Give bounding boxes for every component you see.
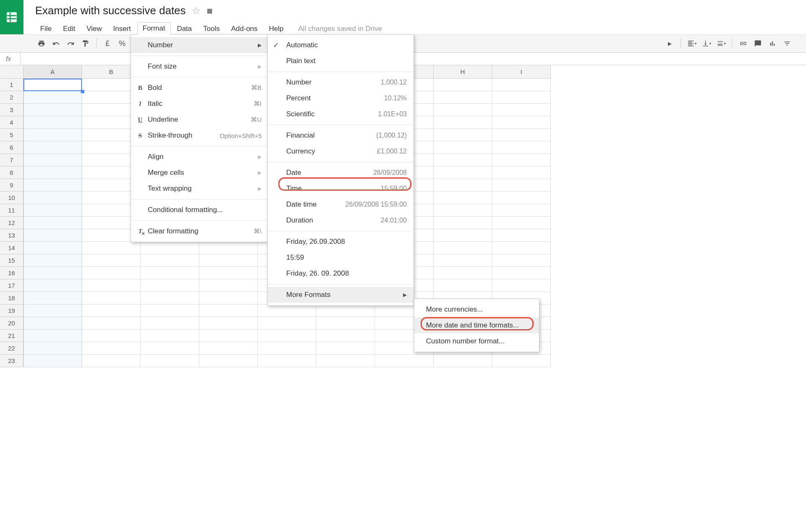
cell-I15[interactable]: [492, 254, 551, 267]
cell-A6[interactable]: [23, 141, 82, 154]
menu-insert[interactable]: Insert: [108, 23, 136, 34]
percent-button[interactable]: %: [116, 37, 128, 50]
cell-D21[interactable]: [199, 330, 258, 342]
number-more-formats[interactable]: More Formats ▶: [268, 287, 413, 303]
more-currencies[interactable]: More currencies...: [414, 302, 539, 317]
row-header-14[interactable]: 14: [0, 242, 23, 254]
cell-C21[interactable]: [141, 330, 199, 342]
undo-icon[interactable]: [50, 37, 62, 50]
cell-E21[interactable]: [258, 330, 316, 342]
row-header-11[interactable]: 11: [0, 204, 23, 217]
cell-C23[interactable]: [141, 355, 199, 367]
cell-H15[interactable]: [434, 254, 492, 267]
select-all-corner[interactable]: [0, 65, 23, 79]
row-header-12[interactable]: 12: [0, 217, 23, 229]
number-date[interactable]: Date 26/09/2008: [268, 165, 413, 181]
cell-C16[interactable]: [141, 267, 199, 279]
cell-H9[interactable]: [434, 179, 492, 192]
menu-addons[interactable]: Add-ons: [226, 23, 262, 34]
row-header-20[interactable]: 20: [0, 317, 23, 330]
cell-F20[interactable]: [316, 317, 375, 330]
row-header-1[interactable]: 1: [0, 79, 23, 91]
format-merge[interactable]: Merge cells ▶: [131, 165, 267, 181]
format-clear[interactable]: T✕ Clear formatting ⌘\: [131, 223, 267, 239]
format-bold[interactable]: B Bold ⌘B: [131, 80, 267, 96]
cell-A21[interactable]: [23, 330, 82, 342]
row-header-3[interactable]: 3: [0, 104, 23, 116]
cell-B20[interactable]: [82, 317, 141, 330]
number-custom-2[interactable]: 15:59: [268, 250, 413, 266]
cell-H17[interactable]: [434, 279, 492, 292]
cell-C20[interactable]: [141, 317, 199, 330]
row-header-22[interactable]: 22: [0, 342, 23, 355]
number-scientific[interactable]: Scientific 1.01E+03: [268, 106, 413, 122]
row-header-13[interactable]: 13: [0, 229, 23, 242]
format-italic[interactable]: I Italic ⌘I: [131, 96, 267, 112]
menu-file[interactable]: File: [35, 23, 56, 34]
cell-H4[interactable]: [434, 116, 492, 129]
cell-E23[interactable]: [258, 355, 316, 367]
more-datetime-formats[interactable]: More date and time formats...: [414, 317, 539, 333]
cell-A23[interactable]: [23, 355, 82, 367]
cell-H14[interactable]: [434, 242, 492, 254]
row-header-2[interactable]: 2: [0, 91, 23, 104]
cell-B15[interactable]: [82, 254, 141, 267]
cell-A2[interactable]: [23, 91, 82, 104]
row-header-23[interactable]: 23: [0, 355, 23, 367]
number-percent[interactable]: Percent 10.12%: [268, 90, 413, 106]
cell-F21[interactable]: [316, 330, 375, 342]
cell-I11[interactable]: [492, 204, 551, 217]
cell-I12[interactable]: [492, 217, 551, 229]
align-horizontal-icon[interactable]: ▾: [685, 37, 698, 50]
cell-B18[interactable]: [82, 292, 141, 304]
format-align[interactable]: Align ▶: [131, 149, 267, 165]
number-number[interactable]: Number 1,000.12: [268, 74, 413, 90]
cell-I13[interactable]: [492, 229, 551, 242]
cell-A18[interactable]: [23, 292, 82, 304]
cell-I16[interactable]: [492, 267, 551, 279]
cell-H3[interactable]: [434, 104, 492, 116]
currency-pound-button[interactable]: £: [101, 37, 114, 50]
cell-H10[interactable]: [434, 192, 492, 204]
cell-D16[interactable]: [199, 267, 258, 279]
row-header-16[interactable]: 16: [0, 267, 23, 279]
align-vertical-icon[interactable]: ▾: [700, 37, 713, 50]
row-header-5[interactable]: 5: [0, 129, 23, 141]
column-header-H[interactable]: H: [434, 65, 492, 79]
cell-A16[interactable]: [23, 267, 82, 279]
format-wrap[interactable]: Text wrapping ▶: [131, 181, 267, 197]
cell-A9[interactable]: [23, 179, 82, 192]
cell-D19[interactable]: [199, 304, 258, 317]
cell-C22[interactable]: [141, 342, 199, 355]
cell-I1[interactable]: [492, 79, 551, 91]
cell-H5[interactable]: [434, 129, 492, 141]
format-underline[interactable]: U Underline ⌘U: [131, 112, 267, 128]
cell-A3[interactable]: [23, 104, 82, 116]
cell-I6[interactable]: [492, 141, 551, 154]
cell-C15[interactable]: [141, 254, 199, 267]
menu-view[interactable]: View: [82, 23, 107, 34]
menu-format[interactable]: Format: [137, 22, 171, 35]
row-header-6[interactable]: 6: [0, 141, 23, 154]
cell-I3[interactable]: [492, 104, 551, 116]
sheets-logo[interactable]: [0, 0, 23, 34]
cell-I14[interactable]: [492, 242, 551, 254]
cell-H1[interactable]: [434, 79, 492, 91]
link-icon[interactable]: [737, 37, 750, 50]
row-header-7[interactable]: 7: [0, 154, 23, 166]
cell-B16[interactable]: [82, 267, 141, 279]
folder-icon[interactable]: ■: [207, 5, 213, 17]
number-financial[interactable]: Financial (1,000.12): [268, 128, 413, 143]
cell-A15[interactable]: [23, 254, 82, 267]
cell-A14[interactable]: [23, 242, 82, 254]
cell-A22[interactable]: [23, 342, 82, 355]
menu-tools[interactable]: Tools: [198, 23, 225, 34]
cell-F23[interactable]: [316, 355, 375, 367]
cell-D18[interactable]: [199, 292, 258, 304]
cell-B21[interactable]: [82, 330, 141, 342]
cell-A5[interactable]: [23, 129, 82, 141]
row-header-9[interactable]: 9: [0, 179, 23, 192]
row-header-19[interactable]: 19: [0, 304, 23, 317]
row-header-8[interactable]: 8: [0, 166, 23, 179]
more-button[interactable]: ▸: [663, 37, 676, 50]
